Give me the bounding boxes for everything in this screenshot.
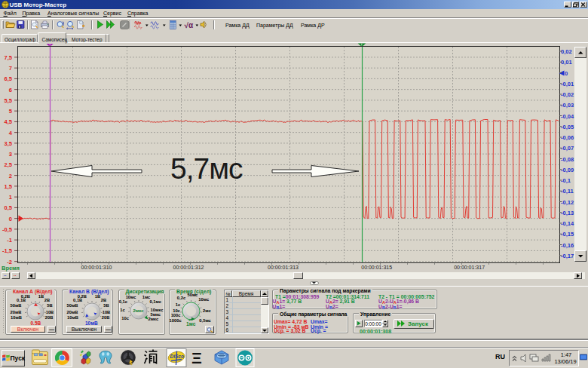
svg-text:Ξ: Ξ	[191, 350, 202, 366]
svg-text:√α: √α	[185, 20, 194, 29]
